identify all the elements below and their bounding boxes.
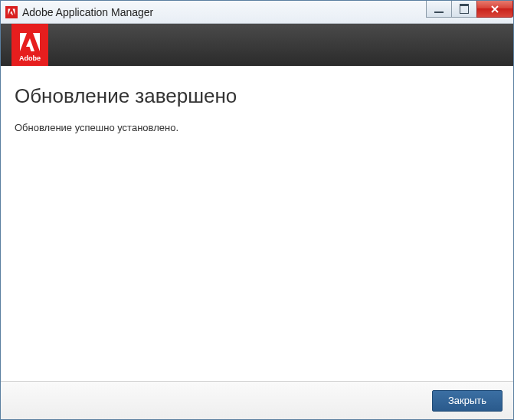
content-area: Обновление завершено Обновление успешно … xyxy=(1,66,513,381)
minimize-button[interactable] xyxy=(426,1,452,18)
adobe-app-icon xyxy=(5,6,18,18)
maximize-button[interactable] xyxy=(451,1,477,18)
adobe-logo-text: Adobe xyxy=(19,54,41,62)
page-heading: Обновление завершено xyxy=(15,84,499,108)
window-controls xyxy=(427,1,513,18)
header-band: Adobe xyxy=(1,24,513,66)
close-button[interactable]: Закрыть xyxy=(432,390,503,412)
footer: Закрыть xyxy=(1,381,513,419)
status-message: Обновление успешно установлено. xyxy=(15,122,499,133)
window-close-button[interactable] xyxy=(476,1,513,18)
adobe-logo: Adobe xyxy=(11,24,48,66)
titlebar[interactable]: Adobe Application Manager xyxy=(1,1,513,24)
window-title: Adobe Application Manager xyxy=(22,6,153,18)
application-window: Adobe Application Manager Adobe Обновлен… xyxy=(0,0,514,420)
